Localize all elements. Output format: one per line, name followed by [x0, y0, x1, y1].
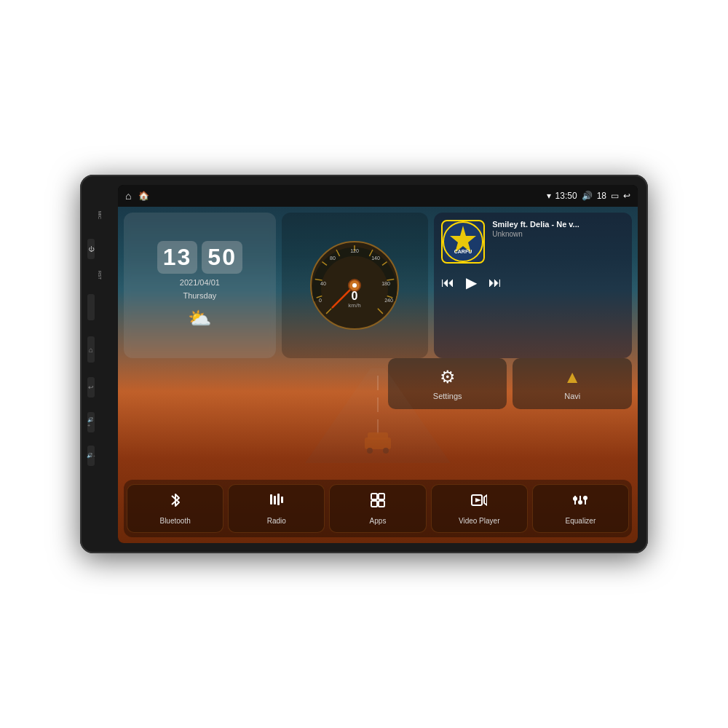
status-left: ⌂ 🏠 — [125, 190, 149, 202]
side-btn-vol-down[interactable]: 🔊- — [87, 446, 95, 466]
svg-text:km/h: km/h — [349, 302, 361, 309]
music-info: Smiley ft. Delia - Ne v... Unknown — [492, 220, 625, 238]
rst-label: RST — [98, 271, 102, 280]
widgets-row: 13 50 2021/04/01 Thursday ⛅ — [124, 213, 632, 358]
app-equalizer[interactable]: Equalizer — [532, 484, 629, 533]
app-bluetooth[interactable]: Bluetooth — [127, 484, 223, 533]
svg-text:CARFU: CARFU — [454, 249, 472, 254]
music-controls: ⏮ ▶ ⏭ — [441, 274, 625, 291]
equalizer-icon — [572, 492, 588, 513]
android-icon: 🏠 — [138, 191, 149, 201]
music-title: Smiley ft. Delia - Ne v... — [492, 220, 625, 229]
svg-rect-40 — [379, 494, 384, 499]
svg-rect-37 — [277, 494, 280, 505]
svg-rect-5 — [368, 432, 388, 440]
road-bg — [305, 368, 451, 463]
app-row: Bluetooth Radio — [124, 480, 632, 537]
volume-icon: 🔊 — [582, 191, 593, 201]
svg-point-29 — [352, 283, 357, 288]
navi-icon: ▲ — [563, 367, 581, 387]
play-button[interactable]: ▶ — [466, 274, 477, 291]
status-right: ▾ 13:50 🔊 18 ▭ ↩ — [547, 191, 630, 201]
clock-time-display: 13 50 — [157, 241, 242, 274]
weather-icon: ⛅ — [188, 307, 211, 330]
svg-rect-41 — [371, 501, 377, 507]
speedo-container: 0 40 80 120 140 180 240 — [307, 238, 402, 333]
svg-text:120: 120 — [351, 248, 360, 253]
side-buttons: MIC ⏻ RST ⌂ ↩ 🔊+ 🔊- — [87, 211, 95, 466]
svg-point-49 — [578, 500, 582, 505]
side-btn-power[interactable]: ⏻ — [87, 239, 95, 259]
battery-icon: ▭ — [611, 191, 619, 201]
bluetooth-label: Bluetooth — [159, 517, 190, 525]
side-btn-back[interactable]: ↩ — [87, 377, 95, 397]
time-display: 13:50 — [555, 191, 577, 201]
svg-text:140: 140 — [372, 256, 381, 261]
apps-label: Apps — [370, 517, 387, 525]
radio-label: Radio — [267, 517, 286, 525]
svg-point-6 — [367, 448, 373, 454]
prev-button[interactable]: ⏮ — [441, 275, 454, 290]
clock-date: 2021/04/01 — [180, 278, 220, 287]
bluetooth-icon — [167, 492, 183, 513]
svg-text:180: 180 — [382, 281, 391, 286]
svg-rect-39 — [371, 494, 377, 499]
side-btn-vol-up[interactable]: 🔊+ — [87, 412, 95, 432]
svg-rect-36 — [274, 496, 276, 505]
clock-day: Thursday — [183, 291, 216, 300]
video-icon — [471, 492, 487, 513]
svg-point-51 — [583, 496, 587, 500]
album-art: CARFU — [441, 220, 485, 264]
clock-minute: 50 — [202, 241, 242, 274]
apps-icon — [370, 492, 386, 513]
svg-rect-35 — [270, 494, 272, 505]
side-btn-rst[interactable] — [87, 294, 95, 320]
svg-rect-38 — [281, 496, 283, 503]
back-icon[interactable]: ↩ — [623, 191, 630, 201]
main-content: 13 50 2021/04/01 Thursday ⛅ — [118, 207, 638, 543]
home-icon[interactable]: ⌂ — [125, 190, 131, 202]
svg-text:80: 80 — [331, 256, 336, 261]
music-artist: Unknown — [492, 230, 625, 238]
svg-point-7 — [383, 448, 389, 454]
svg-point-47 — [573, 496, 577, 501]
svg-text:0: 0 — [352, 290, 358, 302]
video-label: Video Player — [459, 517, 500, 525]
mic-label: MIC — [98, 211, 102, 219]
status-bar: ⌂ 🏠 ▾ 13:50 🔊 18 ▭ ↩ — [118, 185, 638, 207]
music-widget[interactable]: CARFU Smiley ft. Delia - Ne v... Unknown… — [434, 213, 632, 358]
clock-hour: 13 — [157, 241, 198, 274]
svg-rect-42 — [379, 501, 384, 507]
music-top: CARFU Smiley ft. Delia - Ne v... Unknown — [441, 220, 625, 264]
screen: ⌂ 🏠 ▾ 13:50 🔊 18 ▭ ↩ — [118, 185, 638, 543]
svg-text:0: 0 — [319, 298, 322, 303]
svg-text:40: 40 — [321, 281, 327, 286]
app-video[interactable]: Video Player — [431, 484, 528, 533]
app-radio[interactable]: Radio — [228, 484, 325, 533]
side-btn-home[interactable]: ⌂ — [87, 336, 95, 363]
navi-label: Navi — [564, 392, 580, 400]
navi-widget[interactable]: ▲ Navi — [513, 358, 632, 409]
svg-marker-45 — [475, 498, 481, 502]
next-button[interactable]: ⏭ — [488, 275, 502, 290]
svg-text:240: 240 — [385, 298, 394, 303]
wifi-icon: ▾ — [547, 191, 551, 201]
device-shell: MIC ⏻ RST ⌂ ↩ 🔊+ 🔊- ⌂ 🏠 ▾ — [80, 175, 648, 553]
app-apps[interactable]: Apps — [329, 484, 426, 533]
radio-icon — [269, 492, 285, 513]
volume-level: 18 — [597, 191, 606, 201]
clock-widget[interactable]: 13 50 2021/04/01 Thursday ⛅ — [124, 213, 276, 358]
svg-marker-44 — [484, 495, 487, 505]
speedo-svg: 0 40 80 120 140 180 240 — [307, 238, 402, 333]
equalizer-label: Equalizer — [566, 517, 596, 525]
speedo-widget: 0 40 80 120 140 180 240 — [282, 213, 428, 358]
